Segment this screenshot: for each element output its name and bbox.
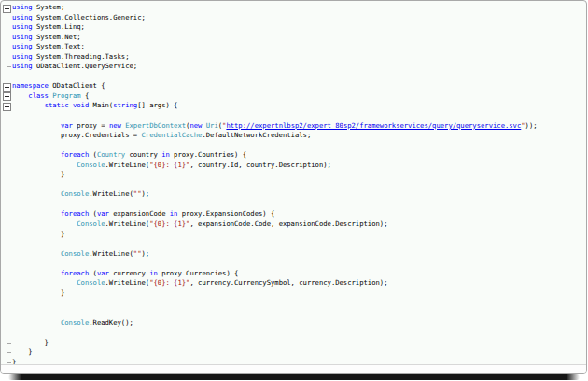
code-line: using System.Text; [12, 42, 586, 52]
fold-collapse-button[interactable] [3, 92, 11, 101]
code-line: } [12, 230, 586, 240]
fold-collapse-button[interactable] [3, 5, 11, 13]
code-line [12, 308, 586, 318]
fold-region-end-tick [7, 362, 11, 363]
code-line [12, 328, 586, 338]
fold-region-end-tick [7, 352, 11, 353]
code-line: using System.Net; [12, 33, 586, 43]
fold-region-line [7, 13, 7, 67]
code-line: } [12, 289, 586, 299]
code-line [12, 111, 586, 121]
code-line: using System.Collections.Generic; [12, 13, 586, 23]
code-line: Console.WriteLine(""); [12, 249, 586, 260]
code-line: foreach (var currency in proxy.Currencie… [12, 269, 586, 279]
code-editor[interactable]: using System;using System.Collections.Ge… [1, 1, 586, 365]
code-line [12, 259, 586, 269]
code-line: Console.WriteLine(""); [12, 190, 586, 200]
code-line: proxy.Credentials = CredentialCache.Defa… [12, 131, 586, 141]
fold-collapse-button[interactable] [3, 83, 11, 92]
code-line: using System; [12, 3, 586, 13]
code-line: static void Main(string[] args) { [12, 101, 586, 111]
fold-region-end-tick [7, 343, 11, 344]
code-line: Console.WriteLine("{0}: {1}", country.Id… [12, 161, 586, 171]
horizontal-scrollbar-track[interactable] [1, 364, 586, 373]
editor-frame: using System;using System.Collections.Ge… [0, 0, 587, 374]
code-line [12, 180, 586, 190]
code-line: } [12, 347, 586, 358]
code-line [12, 200, 586, 210]
code-line: class Program { [12, 92, 586, 102]
drop-shadow [8, 374, 580, 380]
code-line: using System.Linq; [12, 22, 586, 33]
code-line: Console.ReadKey(); [12, 318, 586, 329]
code-line [12, 141, 586, 151]
fold-region-end-tick [7, 66, 11, 67]
code-line: Console.WriteLine("{0}: {1}", expansionC… [12, 219, 586, 230]
code-line: namespace ODataClient { [12, 81, 586, 92]
code-line: using ODataClient.QueryService; [12, 62, 586, 72]
code-line: using System.Threading.Tasks; [12, 52, 586, 63]
code-line: } [12, 338, 586, 348]
code-line: foreach (Country country in proxy.Countr… [12, 150, 586, 161]
code-line [12, 72, 586, 82]
code-line: foreach (var expansionCode in proxy.Expa… [12, 209, 586, 219]
fold-collapse-button[interactable] [3, 103, 11, 111]
code-line: var proxy = new ExpertDbContext(new Uri(… [12, 121, 586, 132]
code-line [12, 298, 586, 308]
code-line: Console.WriteLine("{0}: {1}", currency.C… [12, 278, 586, 289]
code-line: } [12, 170, 586, 180]
code-line [12, 239, 586, 249]
fold-region-line [7, 111, 7, 362]
code-content[interactable]: using System;using System.Collections.Ge… [1, 1, 586, 365]
outline-gutter [1, 1, 12, 365]
